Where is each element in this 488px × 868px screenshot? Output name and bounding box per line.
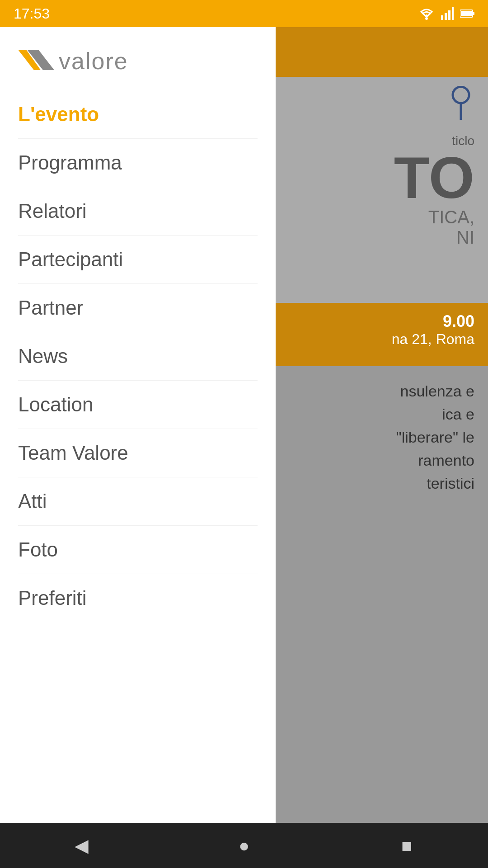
bg-text-line-1: nsulenza e <box>400 380 474 403</box>
nav-drawer: valore L'evento Programma Relatori Parte… <box>0 27 276 823</box>
wifi-icon <box>418 7 435 20</box>
sidebar-item-label-partner: Partner <box>18 297 83 319</box>
bg-yellow-addr: na 21, Roma <box>392 331 474 348</box>
sidebar-item-programma[interactable]: Programma <box>18 139 258 187</box>
recents-button[interactable]: ■ <box>389 827 425 863</box>
sidebar-item-label-preferiti: Preferiti <box>18 587 87 609</box>
sidebar-item-label-atti: Atti <box>18 490 47 512</box>
recents-icon: ■ <box>401 835 412 856</box>
svg-rect-4 <box>452 7 454 20</box>
svg-point-0 <box>425 17 428 20</box>
bg-card-big-letter: TO <box>394 148 474 207</box>
sidebar-item-partner[interactable]: Partner <box>18 284 258 332</box>
bg-text-line-5: teristici <box>427 472 474 495</box>
sidebar-item-teamvalore[interactable]: Team Valore <box>18 429 258 477</box>
svg-rect-7 <box>461 11 472 16</box>
sidebar-item-label-partecipanti: Partecipanti <box>18 248 123 270</box>
drawer-nav-list: L'evento Programma Relatori Partecipanti… <box>0 90 276 823</box>
back-button[interactable]: ◀ <box>63 827 99 863</box>
sidebar-item-levento[interactable]: L'evento <box>18 90 258 139</box>
bg-text-line-4: ramento <box>418 449 474 472</box>
sidebar-item-label-news: News <box>18 345 68 367</box>
svg-rect-2 <box>445 13 447 20</box>
bg-yellow-time: 9.00 <box>443 312 474 331</box>
sidebar-item-label-location: Location <box>18 393 93 415</box>
home-button[interactable]: ● <box>226 827 262 863</box>
home-icon: ● <box>239 835 249 856</box>
logo-icon <box>18 45 59 77</box>
sidebar-item-relatori[interactable]: Relatori <box>18 187 258 236</box>
sidebar-item-foto[interactable]: Foto <box>18 526 258 574</box>
drawer-logo-area: valore <box>0 27 276 90</box>
battery-icon <box>460 9 474 19</box>
svg-rect-3 <box>448 10 450 20</box>
status-bar: 17:53 <box>0 0 488 27</box>
sidebar-item-label-levento: L'evento <box>18 103 99 125</box>
status-icons <box>418 7 474 20</box>
sidebar-item-label-teamvalore: Team Valore <box>18 442 128 464</box>
status-time: 17:53 <box>14 5 50 22</box>
bg-text-line-2: ica e <box>442 403 474 426</box>
bg-card-logo <box>447 86 474 129</box>
sidebar-item-label-relatori: Relatori <box>18 200 87 222</box>
sidebar-item-news[interactable]: News <box>18 332 258 381</box>
sidebar-item-preferiti[interactable]: Preferiti <box>18 574 258 622</box>
sidebar-item-label-foto: Foto <box>18 538 58 561</box>
back-icon: ◀ <box>75 835 89 856</box>
svg-point-8 <box>453 87 469 103</box>
bottom-nav-bar: ◀ ● ■ <box>0 823 488 868</box>
bg-card-text: TICA, NI <box>428 207 474 248</box>
svg-rect-6 <box>473 12 474 15</box>
sidebar-item-label-programma: Programma <box>18 151 122 174</box>
sidebar-item-location[interactable]: Location <box>18 381 258 429</box>
sidebar-item-partecipanti[interactable]: Partecipanti <box>18 236 258 284</box>
sidebar-item-atti[interactable]: Atti <box>18 477 258 526</box>
logo-text: valore <box>59 47 128 75</box>
signal-icon <box>441 7 454 20</box>
bg-text-line-3: "liberare" le <box>396 426 474 449</box>
svg-rect-1 <box>441 15 443 20</box>
